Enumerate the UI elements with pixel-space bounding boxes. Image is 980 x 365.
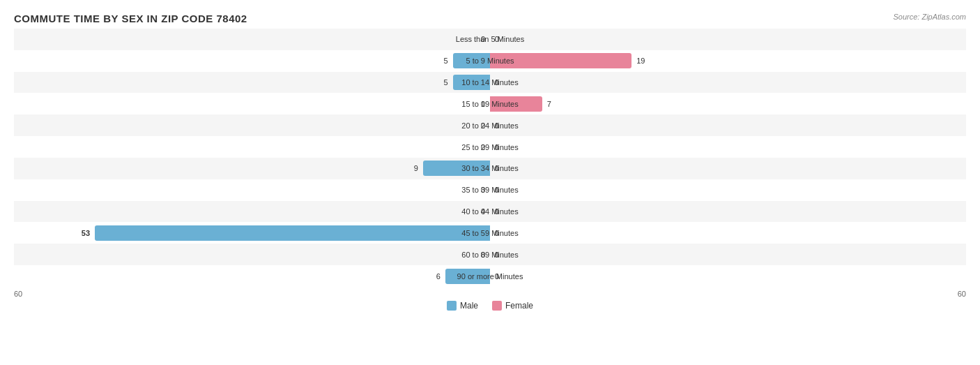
value-male: 0 [481, 143, 485, 151]
chart-row: 40 to 44 Minutes00 [14, 201, 966, 223]
value-male: 0 [481, 251, 485, 259]
value-female: 0 [495, 251, 499, 259]
value-female: 0 [495, 143, 499, 151]
row-label: 25 to 29 Minutes [461, 143, 518, 151]
chart-row: 10 to 14 Minutes50 [14, 72, 966, 94]
value-male: 5 [444, 78, 448, 87]
value-female: 0 [495, 186, 499, 194]
value-female: 0 [495, 207, 499, 216]
legend-male: Male [447, 301, 478, 311]
chart-title: COMMUTE TIME BY SEX IN ZIP CODE 78402 [14, 13, 966, 24]
legend-female-box [492, 301, 502, 311]
value-male: 0 [481, 121, 485, 130]
value-male: 6 [436, 272, 441, 281]
axis-left-label: 60 [14, 290, 22, 298]
value-female: 7 [547, 100, 551, 108]
value-male: 9 [414, 164, 418, 172]
chart-area: Less than 5 Minutes005 to 9 Minutes51910… [14, 29, 966, 311]
row-label: 20 to 24 Minutes [461, 121, 518, 130]
value-female: 0 [495, 272, 499, 281]
source-text: Source: ZipAtlas.com [893, 13, 966, 21]
value-male: 53 [82, 229, 90, 237]
value-female: 19 [636, 57, 645, 65]
chart-row: 60 to 89 Minutes00 [14, 244, 966, 265]
legend-female-label: Female [505, 301, 533, 311]
row-label: 35 to 39 Minutes [461, 186, 518, 194]
chart-row: 45 to 59 Minutes530 [14, 222, 966, 244]
value-female: 0 [495, 121, 499, 130]
value-male: 0 [481, 35, 485, 43]
rows-container: Less than 5 Minutes005 to 9 Minutes51910… [14, 29, 966, 287]
bar-female [490, 53, 631, 68]
chart-container: COMMUTE TIME BY SEX IN ZIP CODE 78402 So… [0, 0, 980, 365]
chart-row: Less than 5 Minutes00 [14, 29, 966, 50]
legend-male-box [447, 301, 457, 311]
bar-male [95, 225, 490, 241]
legend-male-label: Male [460, 301, 478, 311]
value-female: 0 [495, 229, 499, 237]
chart-row: 30 to 34 Minutes90 [14, 158, 966, 179]
chart-row: 20 to 24 Minutes00 [14, 114, 966, 136]
chart-row: 90 or more Minutes60 [14, 265, 966, 287]
value-female: 0 [495, 35, 499, 43]
bar-male [453, 53, 491, 68]
value-male: 5 [444, 57, 448, 65]
chart-row: 25 to 29 Minutes00 [14, 136, 966, 158]
axis-bottom: 60 60 [14, 287, 966, 298]
chart-row: 15 to 19 Minutes07 [14, 93, 966, 114]
value-female: 0 [495, 164, 499, 172]
bar-male [445, 269, 490, 284]
legend: Male Female [14, 301, 966, 311]
value-male: 0 [481, 207, 485, 216]
value-female: 0 [495, 78, 499, 87]
bar-male [423, 161, 490, 176]
row-label: 60 to 89 Minutes [461, 251, 518, 259]
chart-row: 35 to 39 Minutes00 [14, 179, 966, 201]
row-label: Less than 5 Minutes [456, 35, 524, 43]
axis-right-label: 60 [958, 290, 966, 298]
legend-female: Female [492, 301, 533, 311]
chart-row: 5 to 9 Minutes519 [14, 50, 966, 72]
value-male: 0 [481, 186, 485, 194]
bar-female [490, 96, 542, 112]
value-male: 0 [481, 100, 485, 108]
bar-male [453, 75, 491, 90]
row-label: 40 to 44 Minutes [461, 207, 518, 216]
